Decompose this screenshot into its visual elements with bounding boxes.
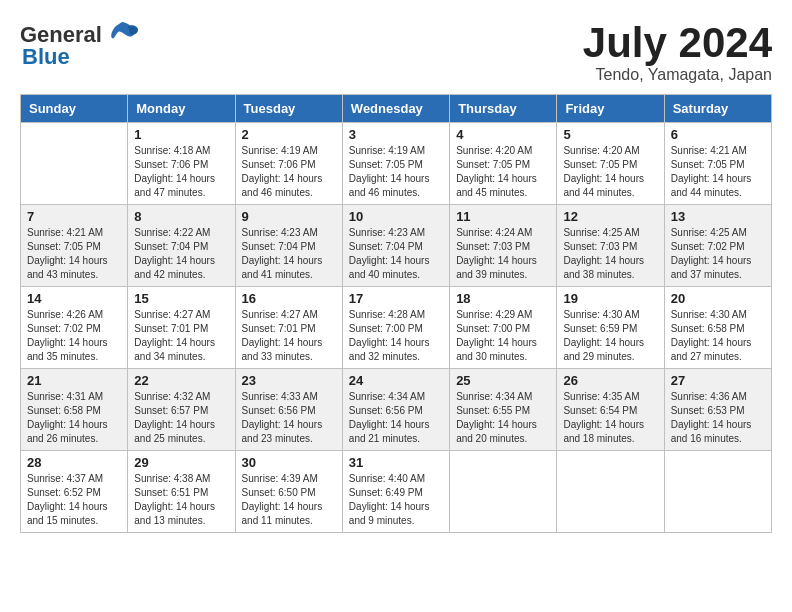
day-number: 10 xyxy=(349,209,443,224)
calendar-cell xyxy=(557,451,664,533)
calendar-week-row: 28Sunrise: 4:37 AM Sunset: 6:52 PM Dayli… xyxy=(21,451,772,533)
calendar-cell xyxy=(21,123,128,205)
calendar-cell: 29Sunrise: 4:38 AM Sunset: 6:51 PM Dayli… xyxy=(128,451,235,533)
day-number: 12 xyxy=(563,209,657,224)
day-number: 29 xyxy=(134,455,228,470)
day-number: 31 xyxy=(349,455,443,470)
day-info: Sunrise: 4:36 AM Sunset: 6:53 PM Dayligh… xyxy=(671,390,765,446)
calendar-cell: 2Sunrise: 4:19 AM Sunset: 7:06 PM Daylig… xyxy=(235,123,342,205)
calendar-header-row: SundayMondayTuesdayWednesdayThursdayFrid… xyxy=(21,95,772,123)
calendar-cell: 27Sunrise: 4:36 AM Sunset: 6:53 PM Dayli… xyxy=(664,369,771,451)
calendar-cell: 1Sunrise: 4:18 AM Sunset: 7:06 PM Daylig… xyxy=(128,123,235,205)
calendar-cell: 25Sunrise: 4:34 AM Sunset: 6:55 PM Dayli… xyxy=(450,369,557,451)
day-number: 19 xyxy=(563,291,657,306)
month-year: July 2024 xyxy=(583,20,772,66)
day-info: Sunrise: 4:20 AM Sunset: 7:05 PM Dayligh… xyxy=(563,144,657,200)
calendar-cell: 3Sunrise: 4:19 AM Sunset: 7:05 PM Daylig… xyxy=(342,123,449,205)
day-number: 5 xyxy=(563,127,657,142)
day-info: Sunrise: 4:31 AM Sunset: 6:58 PM Dayligh… xyxy=(27,390,121,446)
day-info: Sunrise: 4:30 AM Sunset: 6:58 PM Dayligh… xyxy=(671,308,765,364)
calendar-cell: 12Sunrise: 4:25 AM Sunset: 7:03 PM Dayli… xyxy=(557,205,664,287)
calendar-week-row: 1Sunrise: 4:18 AM Sunset: 7:06 PM Daylig… xyxy=(21,123,772,205)
calendar-cell: 20Sunrise: 4:30 AM Sunset: 6:58 PM Dayli… xyxy=(664,287,771,369)
calendar-cell: 9Sunrise: 4:23 AM Sunset: 7:04 PM Daylig… xyxy=(235,205,342,287)
day-number: 18 xyxy=(456,291,550,306)
calendar-cell xyxy=(450,451,557,533)
day-info: Sunrise: 4:20 AM Sunset: 7:05 PM Dayligh… xyxy=(456,144,550,200)
column-header-sunday: Sunday xyxy=(21,95,128,123)
day-number: 15 xyxy=(134,291,228,306)
day-info: Sunrise: 4:24 AM Sunset: 7:03 PM Dayligh… xyxy=(456,226,550,282)
column-header-saturday: Saturday xyxy=(664,95,771,123)
day-info: Sunrise: 4:25 AM Sunset: 7:03 PM Dayligh… xyxy=(563,226,657,282)
day-info: Sunrise: 4:33 AM Sunset: 6:56 PM Dayligh… xyxy=(242,390,336,446)
day-info: Sunrise: 4:30 AM Sunset: 6:59 PM Dayligh… xyxy=(563,308,657,364)
title-area: July 2024 Tendo, Yamagata, Japan xyxy=(583,20,772,84)
day-info: Sunrise: 4:40 AM Sunset: 6:49 PM Dayligh… xyxy=(349,472,443,528)
calendar-cell: 26Sunrise: 4:35 AM Sunset: 6:54 PM Dayli… xyxy=(557,369,664,451)
calendar-cell: 30Sunrise: 4:39 AM Sunset: 6:50 PM Dayli… xyxy=(235,451,342,533)
day-number: 16 xyxy=(242,291,336,306)
header-area: General Blue July 2024 Tendo, Yamagata, … xyxy=(20,20,772,84)
calendar-cell: 22Sunrise: 4:32 AM Sunset: 6:57 PM Dayli… xyxy=(128,369,235,451)
day-info: Sunrise: 4:29 AM Sunset: 7:00 PM Dayligh… xyxy=(456,308,550,364)
logo-text-blue: Blue xyxy=(22,44,70,70)
logo-bird-icon xyxy=(104,20,140,50)
day-number: 25 xyxy=(456,373,550,388)
day-info: Sunrise: 4:25 AM Sunset: 7:02 PM Dayligh… xyxy=(671,226,765,282)
calendar-table: SundayMondayTuesdayWednesdayThursdayFrid… xyxy=(20,94,772,533)
day-number: 20 xyxy=(671,291,765,306)
calendar-cell: 23Sunrise: 4:33 AM Sunset: 6:56 PM Dayli… xyxy=(235,369,342,451)
day-info: Sunrise: 4:34 AM Sunset: 6:56 PM Dayligh… xyxy=(349,390,443,446)
day-number: 26 xyxy=(563,373,657,388)
day-info: Sunrise: 4:23 AM Sunset: 7:04 PM Dayligh… xyxy=(349,226,443,282)
day-info: Sunrise: 4:39 AM Sunset: 6:50 PM Dayligh… xyxy=(242,472,336,528)
day-info: Sunrise: 4:34 AM Sunset: 6:55 PM Dayligh… xyxy=(456,390,550,446)
day-info: Sunrise: 4:27 AM Sunset: 7:01 PM Dayligh… xyxy=(242,308,336,364)
day-info: Sunrise: 4:37 AM Sunset: 6:52 PM Dayligh… xyxy=(27,472,121,528)
calendar-week-row: 7Sunrise: 4:21 AM Sunset: 7:05 PM Daylig… xyxy=(21,205,772,287)
day-info: Sunrise: 4:21 AM Sunset: 7:05 PM Dayligh… xyxy=(671,144,765,200)
day-info: Sunrise: 4:19 AM Sunset: 7:06 PM Dayligh… xyxy=(242,144,336,200)
calendar-cell: 11Sunrise: 4:24 AM Sunset: 7:03 PM Dayli… xyxy=(450,205,557,287)
day-number: 2 xyxy=(242,127,336,142)
day-number: 6 xyxy=(671,127,765,142)
day-number: 30 xyxy=(242,455,336,470)
calendar-cell: 7Sunrise: 4:21 AM Sunset: 7:05 PM Daylig… xyxy=(21,205,128,287)
day-info: Sunrise: 4:19 AM Sunset: 7:05 PM Dayligh… xyxy=(349,144,443,200)
day-number: 3 xyxy=(349,127,443,142)
column-header-friday: Friday xyxy=(557,95,664,123)
calendar-cell: 16Sunrise: 4:27 AM Sunset: 7:01 PM Dayli… xyxy=(235,287,342,369)
column-header-thursday: Thursday xyxy=(450,95,557,123)
calendar-cell: 8Sunrise: 4:22 AM Sunset: 7:04 PM Daylig… xyxy=(128,205,235,287)
day-info: Sunrise: 4:26 AM Sunset: 7:02 PM Dayligh… xyxy=(27,308,121,364)
day-info: Sunrise: 4:23 AM Sunset: 7:04 PM Dayligh… xyxy=(242,226,336,282)
day-number: 27 xyxy=(671,373,765,388)
day-info: Sunrise: 4:27 AM Sunset: 7:01 PM Dayligh… xyxy=(134,308,228,364)
calendar-cell: 13Sunrise: 4:25 AM Sunset: 7:02 PM Dayli… xyxy=(664,205,771,287)
day-info: Sunrise: 4:18 AM Sunset: 7:06 PM Dayligh… xyxy=(134,144,228,200)
day-info: Sunrise: 4:35 AM Sunset: 6:54 PM Dayligh… xyxy=(563,390,657,446)
day-info: Sunrise: 4:21 AM Sunset: 7:05 PM Dayligh… xyxy=(27,226,121,282)
calendar-cell: 15Sunrise: 4:27 AM Sunset: 7:01 PM Dayli… xyxy=(128,287,235,369)
day-number: 24 xyxy=(349,373,443,388)
calendar-cell: 6Sunrise: 4:21 AM Sunset: 7:05 PM Daylig… xyxy=(664,123,771,205)
calendar-cell xyxy=(664,451,771,533)
column-header-monday: Monday xyxy=(128,95,235,123)
day-number: 21 xyxy=(27,373,121,388)
day-info: Sunrise: 4:32 AM Sunset: 6:57 PM Dayligh… xyxy=(134,390,228,446)
day-number: 23 xyxy=(242,373,336,388)
calendar-cell: 28Sunrise: 4:37 AM Sunset: 6:52 PM Dayli… xyxy=(21,451,128,533)
day-number: 7 xyxy=(27,209,121,224)
location: Tendo, Yamagata, Japan xyxy=(583,66,772,84)
calendar-cell: 14Sunrise: 4:26 AM Sunset: 7:02 PM Dayli… xyxy=(21,287,128,369)
day-number: 13 xyxy=(671,209,765,224)
column-header-tuesday: Tuesday xyxy=(235,95,342,123)
calendar-cell: 5Sunrise: 4:20 AM Sunset: 7:05 PM Daylig… xyxy=(557,123,664,205)
calendar-cell: 24Sunrise: 4:34 AM Sunset: 6:56 PM Dayli… xyxy=(342,369,449,451)
day-number: 1 xyxy=(134,127,228,142)
day-number: 8 xyxy=(134,209,228,224)
column-header-wednesday: Wednesday xyxy=(342,95,449,123)
day-number: 14 xyxy=(27,291,121,306)
day-number: 11 xyxy=(456,209,550,224)
